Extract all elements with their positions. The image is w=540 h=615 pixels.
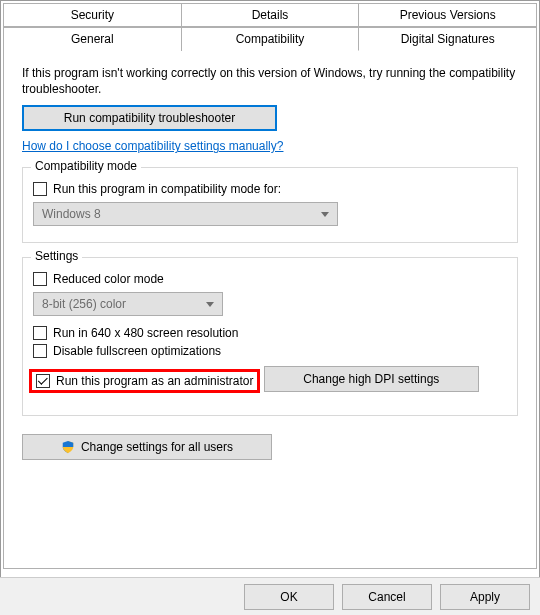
checkbox-checked-icon (36, 374, 50, 388)
dialog-footer: OK Cancel Apply (0, 577, 540, 615)
disable-fullscreen-checkbox[interactable]: Disable fullscreen optimizations (33, 344, 507, 358)
checkbox-icon (33, 344, 47, 358)
chevron-down-icon (321, 212, 329, 217)
color-depth-dropdown[interactable]: 8-bit (256) color (33, 292, 223, 316)
checkbox-icon (33, 182, 47, 196)
tab-general[interactable]: General (3, 27, 182, 51)
tab-security[interactable]: Security (3, 3, 182, 27)
run-640-label: Run in 640 x 480 screen resolution (53, 326, 238, 340)
change-all-users-label: Change settings for all users (81, 440, 233, 454)
run-640-checkbox[interactable]: Run in 640 x 480 screen resolution (33, 326, 507, 340)
reduced-color-checkbox[interactable]: Reduced color mode (33, 272, 507, 286)
checkbox-icon (33, 326, 47, 340)
uac-shield-icon (61, 440, 75, 454)
color-depth-selected: 8-bit (256) color (42, 297, 126, 311)
compat-os-selected: Windows 8 (42, 207, 101, 221)
apply-button[interactable]: Apply (440, 584, 530, 610)
run-troubleshooter-button[interactable]: Run compatibility troubleshooter (22, 105, 277, 131)
run-as-admin-checkbox[interactable]: Run this program as an administrator (36, 374, 253, 388)
settings-group: Settings Reduced color mode 8-bit (256) … (22, 257, 518, 416)
change-all-users-button[interactable]: Change settings for all users (22, 434, 272, 460)
chevron-down-icon (206, 302, 214, 307)
change-dpi-button[interactable]: Change high DPI settings (264, 366, 479, 392)
run-as-admin-label: Run this program as an administrator (56, 374, 253, 388)
tab-strip: Security Details Previous Versions Gener… (3, 3, 537, 51)
tab-compatibility[interactable]: Compatibility (182, 27, 360, 51)
cancel-button[interactable]: Cancel (342, 584, 432, 610)
ok-button[interactable]: OK (244, 584, 334, 610)
compat-mode-label: Run this program in compatibility mode f… (53, 182, 281, 196)
settings-group-title: Settings (31, 249, 82, 263)
intro-text: If this program isn't working correctly … (22, 65, 518, 97)
tab-previous-versions[interactable]: Previous Versions (359, 3, 537, 27)
help-link[interactable]: How do I choose compatibility settings m… (22, 139, 283, 153)
properties-window: Security Details Previous Versions Gener… (0, 0, 540, 615)
highlight-box: Run this program as an administrator (29, 369, 260, 393)
compat-os-dropdown[interactable]: Windows 8 (33, 202, 338, 226)
compatibility-panel: If this program isn't working correctly … (3, 51, 537, 569)
checkbox-icon (33, 272, 47, 286)
reduced-color-label: Reduced color mode (53, 272, 164, 286)
compat-group-title: Compatibility mode (31, 159, 141, 173)
compat-mode-checkbox[interactable]: Run this program in compatibility mode f… (33, 182, 507, 196)
tab-details[interactable]: Details (182, 3, 360, 27)
tab-digital-signatures[interactable]: Digital Signatures (359, 27, 537, 51)
disable-fullscreen-label: Disable fullscreen optimizations (53, 344, 221, 358)
compatibility-mode-group: Compatibility mode Run this program in c… (22, 167, 518, 243)
